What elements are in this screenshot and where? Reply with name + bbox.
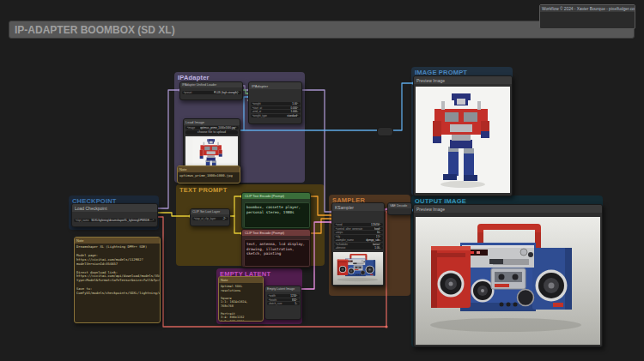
increment-icon[interactable]: ▸ <box>297 102 299 105</box>
widget-name: cfg <box>337 235 374 238</box>
node-ipadapter[interactable]: IPAdapter ◂weight1.00▸◂start_at0.000▸◂en… <box>248 81 302 124</box>
widget-stop_at_clip_layer[interactable]: ◂stop_at_clip_layer-2▸ <box>192 217 228 220</box>
node-title[interactable]: Load Image <box>184 119 240 125</box>
node-clip-text-encode-negative[interactable]: CLIP Text Encode (Prompt) text, antenna,… <box>241 229 311 268</box>
node-title[interactable]: CLIP Set Last Layer <box>191 209 229 214</box>
widget-control_after_generate[interactable]: ◂control_after_generatefixed▸ <box>334 227 383 231</box>
positive-prompt-textarea[interactable]: boombox, cassette player, personal stere… <box>244 202 310 228</box>
increment-icon[interactable]: ▸ <box>380 243 381 245</box>
node-title[interactable]: Preview Image <box>414 76 512 84</box>
widget-name: start_at <box>253 106 289 110</box>
node-title[interactable]: Note <box>219 277 263 283</box>
increment-icon[interactable]: ▸ <box>380 235 381 238</box>
node-ipadapter-unified-loader[interactable]: IPAdapter Unified Loader ◂presetPLUS (hi… <box>179 81 243 100</box>
widget-value: 1216 <box>290 294 296 298</box>
node-note-checkpoint[interactable]: Note Dreamshaper XL (Lightning DPM++ SDE… <box>74 237 161 323</box>
boombox-image <box>333 252 383 285</box>
optimus-prime-image <box>416 87 510 193</box>
increment-icon[interactable]: ▸ <box>297 111 299 113</box>
widget-name: image <box>188 126 198 129</box>
node-title[interactable]: Note <box>75 238 160 244</box>
widget-value: dpmpp_sde <box>366 238 380 242</box>
node-vae-decode[interactable]: VAE Decode <box>387 202 412 215</box>
increment-icon[interactable]: ▸ <box>296 294 298 297</box>
watermark-note[interactable]: Workflow © 2024 - Xavier Bourque - pixel… <box>539 4 635 29</box>
node-title[interactable]: KSampler <box>332 203 384 211</box>
widget-value: 123456 <box>371 223 380 226</box>
widget-preset[interactable]: ◂presetPLUS (high strength)▸ <box>182 91 241 94</box>
note-text[interactable]: Optimal SDXL resolutions Square 1:1: 102… <box>219 283 263 322</box>
node-title[interactable]: CLIP Text Encode (Prompt) <box>242 193 310 199</box>
negative-prompt-textarea[interactable]: text, antenna, lcd display, drawing, ill… <box>244 239 310 267</box>
boombox-image <box>416 217 600 345</box>
increment-icon[interactable]: ▸ <box>380 239 381 242</box>
node-title[interactable]: CLIP Text Encode (Prompt) <box>242 230 310 236</box>
node-reroute[interactable] <box>377 127 393 136</box>
widget-name: batch_size <box>270 302 293 305</box>
node-load-checkpoint[interactable]: Load Checkpoint ◂ckpt_nameSDXL/lightning… <box>71 203 158 227</box>
widget-width[interactable]: ◂width1216▸ <box>267 294 300 298</box>
increment-icon[interactable]: ▸ <box>380 247 381 250</box>
increment-icon[interactable]: ▸ <box>296 298 298 301</box>
widget-name: control_after_generate <box>337 227 373 231</box>
image-prompt-preview <box>416 87 510 193</box>
increment-icon[interactable]: ▸ <box>380 232 381 234</box>
node-empty-latent-image[interactable]: Empty Latent Image ◂width1216▸◂height832… <box>264 286 301 320</box>
widget-height[interactable]: ◂height832▸ <box>267 298 300 302</box>
widget-end_at[interactable]: ◂end_at1.000▸ <box>251 110 301 113</box>
note-text[interactable]: optimus_prime_1000x1000.jpg <box>178 172 240 180</box>
node-preview-image-prompt[interactable]: Preview Image <box>413 75 513 196</box>
widget-name: width <box>270 294 289 298</box>
widget-ckpt_name[interactable]: ◂ckpt_nameSDXL/lightning/dreamshaperXL_l… <box>74 219 156 222</box>
widget-image[interactable]: ◂imageoptimus_prime_1000x1000.jpg▸ <box>185 126 239 129</box>
widget-sampler_name[interactable]: ◂sampler_namedpmpp_sde▸ <box>334 238 383 242</box>
increment-icon[interactable]: ▸ <box>296 303 298 305</box>
widget-value: karras <box>373 243 380 246</box>
widget-start_at[interactable]: ◂start_at0.000▸ <box>251 106 301 110</box>
increment-icon[interactable]: ▸ <box>235 126 237 129</box>
node-preview-output[interactable]: Preview Image <box>413 204 603 347</box>
widget-list: ◂seed123456▸◂control_after_generatefixed… <box>332 223 384 250</box>
wire-clip-checkpoint-clipset <box>156 213 190 216</box>
upload-button[interactable]: choose file to upload <box>185 130 238 135</box>
wire-model-checkpoint-loader <box>156 90 179 208</box>
node-title[interactable]: Note <box>178 166 240 172</box>
increment-icon[interactable]: ▸ <box>225 217 227 220</box>
widget-name: scheduler <box>337 243 371 246</box>
note-text[interactable]: Dreamshaper XL (Lightning DPM++ SDE) Mod… <box>75 244 160 298</box>
node-graph-canvas[interactable]: IPAdapter IMAGE PROMPT TEXT PROMPT CHECK… <box>0 0 644 361</box>
widget-cfg[interactable]: ◂cfg2.5▸ <box>334 235 383 238</box>
increment-icon[interactable]: ▸ <box>380 227 381 230</box>
widget-value: 1.000 <box>290 110 297 113</box>
node-clip-set-last-layer[interactable]: CLIP Set Last Layer ◂stop_at_clip_layer-… <box>190 208 230 226</box>
node-clip-text-encode-positive[interactable]: CLIP Text Encode (Prompt) boombox, casse… <box>241 192 311 229</box>
widget-batch_size[interactable]: ◂batch_size1▸ <box>267 302 300 305</box>
widget-steps[interactable]: ◂steps10▸ <box>334 231 383 234</box>
widget-value: SDXL/lightning/dreamshaperXL_lightningDP… <box>91 219 153 222</box>
node-title[interactable]: Empty Latent Image <box>265 286 301 292</box>
increment-icon[interactable]: ▸ <box>380 223 381 226</box>
widget-weight_type[interactable]: ◂weight_typestandard▸ <box>251 114 301 117</box>
wire-clip-clipset-positive <box>228 196 241 216</box>
widget-seed[interactable]: ◂seed123456▸ <box>334 223 383 226</box>
increment-icon[interactable]: ▸ <box>297 114 299 117</box>
node-ksampler[interactable]: KSampler ◂seed123456▸◂control_after_gene… <box>331 202 385 286</box>
increment-icon[interactable]: ▸ <box>153 219 155 221</box>
node-title[interactable]: VAE Decode <box>388 203 411 208</box>
widget-denoise[interactable]: ◂denoise1.00▸ <box>334 246 383 250</box>
widget-value: 0.000 <box>290 106 297 110</box>
increment-icon[interactable]: ▸ <box>297 106 299 109</box>
widget-weight[interactable]: ◂weight1.00▸ <box>251 102 301 105</box>
widget-name: steps <box>337 231 375 234</box>
node-title[interactable]: Preview Image <box>414 205 602 213</box>
node-note-image-filename[interactable]: Note optimus_prime_1000x1000.jpg <box>177 165 240 184</box>
widget-scheduler[interactable]: ◂schedulerkarras▸ <box>334 243 383 246</box>
node-title[interactable]: IPAdapter <box>249 82 301 89</box>
wire-cond-negative-ksampler <box>309 219 331 233</box>
increment-icon[interactable]: ▸ <box>238 91 240 93</box>
node-title[interactable]: IPAdapter Unified Loader <box>180 82 242 87</box>
widget-value: PLUS (high strength) <box>214 91 238 94</box>
widget-name: height <box>270 298 290 302</box>
node-title[interactable]: Load Checkpoint <box>72 204 157 212</box>
node-note-resolutions[interactable]: Note Optimal SDXL resolutions Square 1:1… <box>218 276 264 322</box>
